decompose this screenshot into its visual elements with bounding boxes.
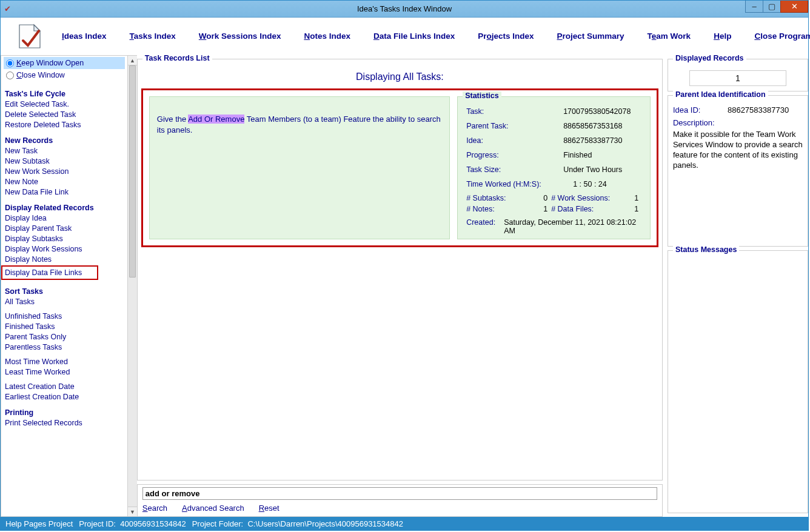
reset-button[interactable]: Reset <box>259 504 279 513</box>
link-sort-latest[interactable]: Latest Creation Date <box>5 382 125 391</box>
titlebar[interactable]: ✔ Idea's Tasks Index Window – ▢ ✕ <box>1 1 808 18</box>
records-heading: Displaying All Tasks: <box>141 71 658 82</box>
stat-time-value: 1 : 50 : 24 <box>573 180 607 188</box>
displayed-records-panel: Displayed Records 1 <box>668 59 808 91</box>
menu-notes-index[interactable]: Notes Index <box>304 32 350 41</box>
app-window: ✔ Idea's Tasks Index Window – ▢ ✕ Ideas … <box>0 0 809 531</box>
task-record-card[interactable]: Give the Add Or Remove Team Members (to … <box>141 88 658 247</box>
idea-id-label: Idea ID: <box>673 105 715 115</box>
link-new-subtask[interactable]: New Subtask <box>5 157 125 165</box>
maximize-button[interactable]: ▢ <box>763 1 781 13</box>
link-edit-task[interactable]: Edit Selected Task. <box>5 100 125 108</box>
status-messages-panel: Status Messages <box>668 250 808 513</box>
scroll-down-icon[interactable]: ▼ <box>128 507 137 516</box>
app-small-icon: ✔ <box>4 4 14 14</box>
idea-id-value: 88627583387730 <box>728 105 789 115</box>
stat-time-label: Time Worked (H:M:S): <box>466 180 563 188</box>
link-sort-finished[interactable]: Finished Tasks <box>5 322 125 331</box>
heading-sort-tasks: Sort Tasks <box>5 287 125 296</box>
search-button[interactable]: Search <box>142 504 167 513</box>
menu-project-summary[interactable]: Project Summary <box>557 32 624 41</box>
footer-help-project: Help Pages Project <box>5 519 73 528</box>
stat-task-value: 1700795380542078 <box>563 107 631 116</box>
panel-title-records: Task Records List <box>142 54 212 62</box>
link-display-notes[interactable]: Display Notes <box>5 255 125 264</box>
link-sort-most-time[interactable]: Most Time Worked <box>5 357 125 366</box>
link-new-task[interactable]: New Task <box>5 147 125 155</box>
desc-prefix: Give the <box>157 115 188 124</box>
link-display-sessions[interactable]: Display Work Sessions <box>5 245 125 253</box>
stat-idea-value: 88627583387730 <box>563 136 622 145</box>
task-description-box: Give the Add Or Remove Team Members (to … <box>149 96 450 239</box>
menu-datafile-links-index[interactable]: Data File Links Index <box>373 32 455 41</box>
footer-pid-label: Project ID: <box>79 519 116 528</box>
idea-desc-text: Make it possible for the Team Work Servi… <box>673 130 803 171</box>
stat-idea-label: Idea: <box>466 136 563 145</box>
stat-task-label: Task: <box>466 107 563 116</box>
radio-close-window[interactable]: Close Window <box>4 69 125 81</box>
scroll-thumb[interactable] <box>129 65 136 278</box>
radio-keep-window-open[interactable]: Keep Window Open <box>4 57 125 69</box>
heading-life-cycle: Task's Life Cycle <box>5 90 125 98</box>
close-window-button[interactable]: ✕ <box>780 1 808 13</box>
stat-notes-label: # Notes: <box>466 205 533 213</box>
sidebar-scrollbar[interactable]: ▲ ▼ <box>127 56 137 516</box>
stat-parent-value: 88658567353168 <box>563 122 622 130</box>
link-sort-parent-only[interactable]: Parent Tasks Only <box>5 333 125 341</box>
menu-work-sessions-index[interactable]: Work Sessions Index <box>199 32 281 41</box>
link-new-datafile[interactable]: New Data File Link <box>5 188 125 196</box>
search-input[interactable] <box>142 487 657 500</box>
stat-notes-value: 1 <box>533 205 551 213</box>
link-display-datafile-links[interactable]: Display Data File Links <box>1 265 98 280</box>
link-sort-parentless[interactable]: Parentless Tasks <box>5 343 125 351</box>
heading-new-records: New Records <box>5 136 125 145</box>
link-display-idea[interactable]: Display Idea <box>5 214 125 222</box>
stat-size-label: Task Size: <box>466 165 563 174</box>
radio-keep-open-input[interactable] <box>6 59 14 67</box>
displayed-records-count: 1 <box>689 70 786 86</box>
sidebar: Keep Window Open Close Window Task's Lif… <box>1 55 137 517</box>
footer-pid-value: 400956931534842 <box>120 519 186 528</box>
menubar: Ideas Index Tasks Index Work Sessions In… <box>1 18 808 55</box>
link-display-parent-task[interactable]: Display Parent Task <box>5 224 125 233</box>
status-messages-title: Status Messages <box>673 245 739 254</box>
link-sort-all[interactable]: All Tasks <box>5 298 125 306</box>
menu-team-work[interactable]: Team Work <box>648 32 691 41</box>
heading-printing: Printing <box>5 408 125 417</box>
link-new-note[interactable]: New Note <box>5 178 125 186</box>
stat-subtasks-label: # Subtasks: <box>466 194 533 202</box>
stat-sessions-label: # Work Sessions: <box>551 194 624 202</box>
footer-folder-value: C:\Users\Darren\Projects\400956931534842 <box>247 519 403 528</box>
heading-display-related: Display Related Records <box>5 204 125 212</box>
stat-progress-label: Progress: <box>466 151 563 159</box>
radio-close-input[interactable] <box>6 71 14 79</box>
app-logo-icon <box>16 22 44 50</box>
stat-size-value: Under Two Hours <box>563 165 622 174</box>
stat-parent-label: Parent Task: <box>466 122 563 130</box>
stat-created-label: Created: <box>466 218 495 235</box>
link-new-session[interactable]: New Work Session <box>5 167 125 176</box>
statistics-title: Statistics <box>463 91 501 100</box>
link-print-selected[interactable]: Print Selected Records <box>5 419 125 427</box>
stat-sessions-value: 1 <box>624 194 642 202</box>
menu-ideas-index[interactable]: Ideas Index <box>62 32 107 41</box>
advanced-search-button[interactable]: Advanced Search <box>182 504 244 513</box>
task-records-panel: Task Records List Displaying All Tasks: … <box>137 59 663 480</box>
statistics-box: Statistics Task:1700795380542078 Parent … <box>457 96 651 239</box>
stat-subtasks-value: 0 <box>533 194 551 202</box>
stat-files-value: 1 <box>624 205 642 213</box>
link-delete-task[interactable]: Delete Selected Task <box>5 110 125 119</box>
link-sort-earliest[interactable]: Earliest Creation Date <box>5 393 125 401</box>
menu-help[interactable]: Help <box>714 32 731 41</box>
link-restore-tasks[interactable]: Restore Deleted Tasks <box>5 121 125 129</box>
menu-tasks-index[interactable]: Tasks Index <box>130 32 176 41</box>
link-sort-unfinished[interactable]: Unfinished Tasks <box>5 312 125 321</box>
link-display-subtasks[interactable]: Display Subtasks <box>5 234 125 243</box>
scroll-up-icon[interactable]: ▲ <box>128 56 137 65</box>
parent-idea-title: Parent Idea Identification <box>673 90 768 99</box>
link-sort-least-time[interactable]: Least Time Worked <box>5 368 125 376</box>
menu-close-program[interactable]: Close Program <box>754 32 810 41</box>
parent-idea-panel: Parent Idea Identification Idea ID: 8862… <box>668 95 808 247</box>
minimize-button[interactable]: – <box>745 1 763 13</box>
menu-projects-index[interactable]: Projects Index <box>478 32 534 41</box>
